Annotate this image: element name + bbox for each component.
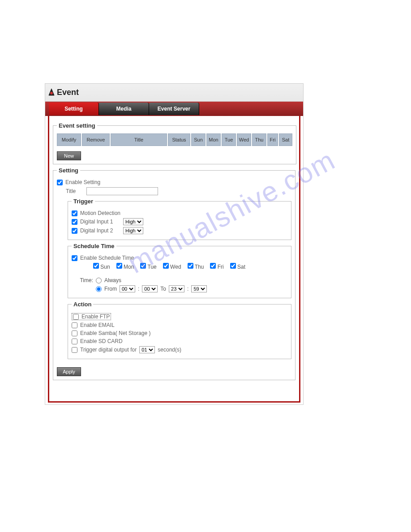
tab-setting[interactable]: Setting (49, 103, 99, 115)
days-row: Sun Mon Tue Wed Thu Fri Sat (93, 263, 287, 270)
from-hour-select[interactable]: 00 (120, 285, 135, 292)
time-always-row: Time: Always (75, 277, 287, 283)
di2-checkbox[interactable] (72, 228, 77, 234)
day-thu-label: Thu (195, 264, 204, 270)
brand-logo-icon (48, 88, 55, 97)
day-tue: Tue (140, 263, 156, 270)
di2-label: Digital Input 2 (80, 227, 120, 234)
enable-setting-checkbox[interactable] (57, 180, 63, 185)
enable-setting-label: Enable Setting (65, 179, 100, 185)
app-window: Event Setting Media Event Server Event s… (45, 83, 304, 405)
enable-email-checkbox[interactable] (72, 322, 77, 328)
di1-label: Digital Input 1 (80, 219, 120, 225)
event-setting-table-header: Modify Remove Title Status Sun Mon Tue W… (57, 133, 292, 146)
enable-samba-checkbox[interactable] (72, 330, 77, 336)
enable-schedule-label: Enable Schedule Time (80, 255, 134, 261)
enable-ftp-label: Enable FTP (81, 313, 110, 320)
tab-event-server[interactable]: Event Server (149, 103, 199, 115)
event-setting-legend: Event setting (57, 122, 97, 129)
to-min-select[interactable]: 59 (191, 285, 207, 292)
di2-row: Digital Input 2 High (72, 227, 287, 234)
schedule-legend: Schedule Time (72, 243, 116, 249)
dout-label-post: second(s) (158, 347, 181, 353)
app-header: Event (45, 84, 303, 102)
time-from-row: From 00 : 00 To 23 : 59 (75, 285, 287, 292)
event-setting-group: Event setting Modify Remove Title Status… (53, 122, 296, 164)
day-mon-checkbox[interactable] (116, 263, 122, 269)
motion-checkbox[interactable] (72, 210, 77, 216)
di1-select[interactable]: High (123, 218, 143, 225)
day-wed-label: Wed (170, 264, 181, 270)
di1-checkbox[interactable] (72, 219, 77, 225)
day-thu-checkbox[interactable] (188, 263, 193, 269)
title-label: Title (66, 188, 84, 194)
col-mon: Mon (206, 133, 221, 146)
content-frame: Event setting Modify Remove Title Status… (48, 116, 300, 403)
enable-ftp-checkbox[interactable] (73, 314, 79, 320)
day-mon: Mon (116, 263, 134, 270)
dout-select[interactable]: 01 (139, 346, 155, 353)
col-wed: Wed (237, 133, 251, 146)
col-tue: Tue (222, 133, 236, 146)
apply-button[interactable]: Apply (57, 367, 81, 376)
time-always-label: Always (104, 277, 121, 283)
col-title: Title (111, 133, 167, 146)
enable-ftp-row: Enable FTP (72, 313, 111, 320)
day-sat: Sat (230, 263, 245, 270)
day-fri: Fri (210, 263, 223, 270)
day-wed-checkbox[interactable] (163, 263, 169, 269)
day-sat-checkbox[interactable] (230, 263, 236, 269)
from-min-select[interactable]: 00 (142, 285, 158, 292)
enable-samba-label: Enable Samba( Net Storage ) (80, 330, 150, 336)
tab-bar: Setting Media Event Server (45, 102, 303, 116)
trigger-legend: Trigger (72, 198, 95, 205)
title-row: Title (66, 187, 291, 195)
day-wed: Wed (163, 263, 181, 270)
col-modify: Modify (57, 133, 81, 146)
dout-label-pre: Trigger digital output for (80, 347, 137, 353)
enable-schedule-checkbox[interactable] (72, 255, 77, 261)
schedule-group: Schedule Time Enable Schedule Time Sun M… (68, 243, 291, 298)
enable-sd-label: Enable SD CARD (80, 338, 123, 344)
time-label: Time: (75, 277, 93, 283)
enable-sd-row: Enable SD CARD (72, 338, 287, 344)
colon2: : (187, 286, 188, 292)
col-status: Status (168, 133, 190, 146)
action-legend: Action (72, 301, 93, 308)
time-from-label: From (104, 286, 117, 292)
dout-row: Trigger digital output for 01 second(s) (72, 346, 287, 353)
col-fri: Fri (267, 133, 278, 146)
di2-select[interactable]: High (123, 227, 143, 234)
setting-legend: Setting (57, 167, 80, 174)
time-from-radio[interactable] (96, 286, 102, 292)
day-sun-checkbox[interactable] (93, 263, 99, 269)
col-remove: Remove (82, 133, 110, 146)
motion-row: Motion Detection (72, 210, 287, 216)
time-to-label: To (160, 286, 166, 292)
col-sun: Sun (191, 133, 206, 146)
setting-group: Setting Enable Setting Title Trigger Mot… (53, 167, 295, 380)
day-sun: Sun (93, 263, 110, 270)
colon1: : (138, 286, 139, 292)
day-tue-checkbox[interactable] (140, 263, 146, 269)
enable-sd-checkbox[interactable] (72, 339, 77, 344)
day-mon-label: Mon (124, 264, 134, 270)
tab-media[interactable]: Media (99, 103, 149, 115)
di1-row: Digital Input 1 High (72, 218, 287, 225)
time-always-radio[interactable] (96, 278, 102, 283)
col-thu: Thu (252, 133, 266, 146)
page-title: Event (57, 88, 79, 97)
day-sat-label: Sat (237, 264, 245, 270)
motion-label: Motion Detection (80, 210, 120, 216)
trigger-group: Trigger Motion Detection Digital Input 1… (68, 198, 291, 240)
day-thu: Thu (188, 263, 204, 270)
enable-setting-row: Enable Setting (57, 179, 291, 185)
new-button[interactable]: New (57, 151, 81, 160)
action-group: Action Enable FTP Enable EMAIL Enable Sa… (68, 301, 291, 359)
svg-point-0 (50, 92, 53, 94)
dout-checkbox[interactable] (72, 347, 77, 353)
title-input[interactable] (86, 187, 158, 195)
day-fri-checkbox[interactable] (210, 263, 216, 269)
day-fri-label: Fri (218, 264, 224, 270)
to-hour-select[interactable]: 23 (169, 285, 184, 292)
